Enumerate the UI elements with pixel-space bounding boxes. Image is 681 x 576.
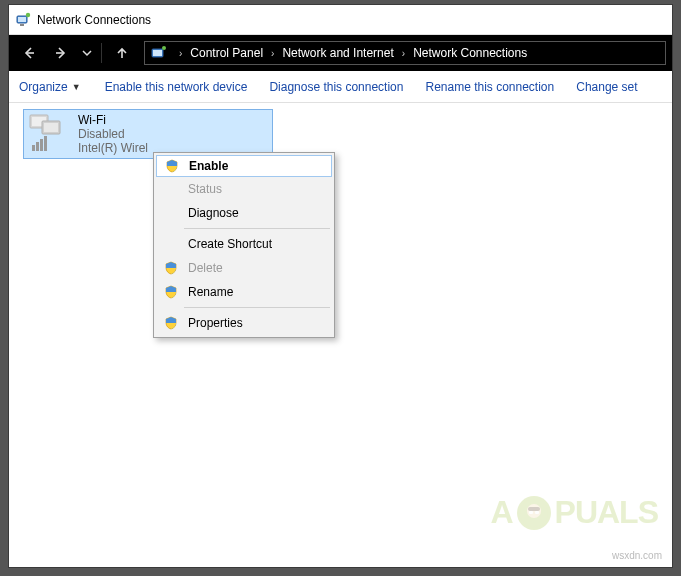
menu-item-enable[interactable]: Enable — [156, 155, 332, 177]
adapter-status: Disabled — [78, 127, 148, 141]
menu-item-diagnose[interactable]: Diagnose — [156, 201, 332, 225]
address-bar[interactable]: › Control Panel › Network and Internet ›… — [144, 41, 666, 65]
adapter-hardware: Intel(R) Wirel — [78, 141, 148, 155]
svg-rect-16 — [44, 136, 47, 151]
recent-locations-button[interactable] — [79, 39, 95, 67]
svg-point-3 — [26, 12, 30, 16]
svg-rect-19 — [528, 507, 540, 511]
command-bar: Organize ▼ Enable this network device Di… — [9, 71, 672, 103]
shield-icon — [163, 159, 181, 173]
svg-rect-7 — [153, 50, 162, 56]
organize-label: Organize — [19, 80, 68, 94]
menu-separator — [184, 228, 330, 229]
chevron-right-icon[interactable]: › — [175, 48, 186, 59]
breadcrumb[interactable]: Network and Internet — [280, 46, 395, 60]
adapter-icon — [28, 113, 72, 153]
watermark-credit: wsxdn.com — [612, 550, 662, 561]
menu-item-create-shortcut[interactable]: Create Shortcut — [156, 232, 332, 256]
content-area[interactable]: Wi-Fi Disabled Intel(R) Wirel EnableStat… — [9, 103, 672, 567]
watermark-text-left: A — [490, 494, 512, 531]
cmd-rename[interactable]: Rename this connection — [423, 78, 556, 96]
svg-rect-2 — [20, 24, 24, 26]
breadcrumb[interactable]: Control Panel — [188, 46, 265, 60]
adapter-name: Wi-Fi — [78, 113, 148, 127]
menu-item-label: Diagnose — [188, 206, 322, 220]
app-icon — [15, 12, 31, 28]
svg-rect-1 — [18, 17, 26, 22]
shield-icon — [162, 316, 180, 330]
svg-rect-14 — [36, 142, 39, 151]
menu-item-label: Status — [188, 182, 322, 196]
menu-item-label: Delete — [188, 261, 322, 275]
window-title: Network Connections — [37, 13, 151, 27]
watermark-avatar-icon — [517, 496, 551, 530]
up-button[interactable] — [108, 39, 136, 67]
watermark-text-right: PUALS — [555, 494, 658, 531]
cmd-diagnose[interactable]: Diagnose this connection — [267, 78, 405, 96]
network-connections-window: Network Connections › Control Panel — [8, 4, 673, 568]
menu-item-properties[interactable]: Properties — [156, 311, 332, 335]
cmd-enable-device[interactable]: Enable this network device — [103, 78, 250, 96]
chevron-down-icon: ▼ — [72, 82, 81, 92]
menu-item-label: Enable — [189, 159, 321, 173]
menu-item-label: Rename — [188, 285, 322, 299]
svg-rect-12 — [44, 123, 58, 132]
menu-item-delete: Delete — [156, 256, 332, 280]
svg-point-8 — [162, 46, 166, 50]
menu-item-rename[interactable]: Rename — [156, 280, 332, 304]
svg-rect-15 — [40, 139, 43, 151]
watermark-logo: A PUALS — [490, 494, 658, 531]
menu-item-label: Properties — [188, 316, 322, 330]
chevron-right-icon[interactable]: › — [398, 48, 409, 59]
titlebar: Network Connections — [9, 5, 672, 35]
svg-rect-21 — [535, 511, 539, 514]
menu-separator — [184, 307, 330, 308]
shield-icon — [162, 261, 180, 275]
shield-icon — [162, 285, 180, 299]
chevron-right-icon[interactable]: › — [267, 48, 278, 59]
svg-rect-13 — [32, 145, 35, 151]
back-button[interactable] — [15, 39, 43, 67]
menu-item-status: Status — [156, 177, 332, 201]
organize-menu-button[interactable]: Organize ▼ — [15, 78, 85, 96]
forward-button[interactable] — [47, 39, 75, 67]
menu-item-label: Create Shortcut — [188, 237, 322, 251]
navbar: › Control Panel › Network and Internet ›… — [9, 35, 672, 71]
address-icon — [149, 43, 169, 63]
cmd-change-settings[interactable]: Change set — [574, 78, 639, 96]
adapter-text: Wi-Fi Disabled Intel(R) Wirel — [78, 113, 148, 155]
svg-rect-20 — [529, 511, 533, 514]
context-menu: EnableStatusDiagnoseCreate Shortcut Dele… — [153, 152, 335, 338]
nav-separator — [101, 43, 102, 63]
breadcrumb[interactable]: Network Connections — [411, 46, 529, 60]
